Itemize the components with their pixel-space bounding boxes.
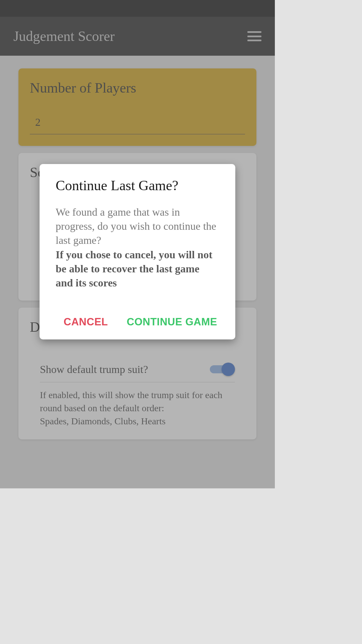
continue-game-dialog: Continue Last Game? We found a game that… (40, 164, 235, 339)
dialog-body-warning: If you chose to cancel, you will not be … (56, 248, 219, 290)
modal-scrim[interactable]: Continue Last Game? We found a game that… (0, 0, 275, 488)
dialog-title: Continue Last Game? (56, 177, 219, 194)
dialog-actions: CANCEL CONTINUE GAME (56, 314, 219, 330)
dialog-body: We found a game that was in progress, do… (56, 205, 219, 248)
continue-game-button[interactable]: CONTINUE GAME (127, 314, 217, 330)
cancel-button[interactable]: CANCEL (64, 314, 108, 330)
